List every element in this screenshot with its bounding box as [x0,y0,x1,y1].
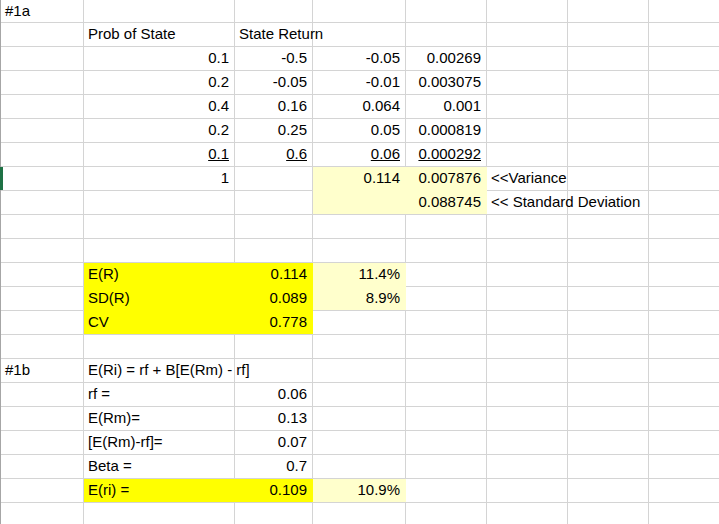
cell-D4[interactable]: -0.01 [312,70,405,94]
cell-B5[interactable]: 0.4 [83,94,234,118]
sdr-value[interactable]: 0.089 [234,286,312,310]
variance-cell[interactable]: 0.007876 [405,166,486,190]
market-premium-label[interactable]: [E(Rm)-rf]= [83,430,234,454]
cv-label[interactable]: CV [83,310,234,334]
cell-E4[interactable]: 0.003075 [405,70,486,94]
std-dev-annotation[interactable]: << Standard Deviation [486,190,686,214]
eri-percent[interactable]: 10.9% [312,478,405,502]
cell-C6[interactable]: 0.25 [234,118,312,142]
gridline-v [648,0,649,524]
variance-annotation[interactable]: <<Variance [486,166,666,190]
gridline-v [486,0,487,524]
section-1b-label[interactable]: #1b [0,358,83,382]
cell-E5[interactable]: 0.001 [405,94,486,118]
cell-C5[interactable]: 0.16 [234,94,312,118]
sheet-left-edge [0,0,1,524]
erm-value[interactable]: 0.13 [234,406,312,430]
erm-label[interactable]: E(Rm)= [83,406,234,430]
cell-B6[interactable]: 0.2 [83,118,234,142]
cell-C3[interactable]: -0.5 [234,46,312,70]
cell-D5[interactable]: 0.064 [312,94,405,118]
cv-value[interactable]: 0.778 [234,310,312,334]
cell-E3[interactable]: 0.00269 [405,46,486,70]
cell-D3[interactable]: -0.05 [312,46,405,70]
std-dev-cell[interactable]: 0.088745 [405,190,486,214]
market-premium-value[interactable]: 0.07 [234,430,312,454]
selection-indicator [0,167,3,190]
eri-label[interactable]: E(ri) = [83,478,234,502]
er-percent[interactable]: 11.4% [312,262,405,286]
cell-C7[interactable]: 0.6 [234,142,312,166]
prob-of-state-header[interactable]: Prob of State [83,22,234,46]
cell-E7[interactable]: 0.000292 [405,142,486,166]
beta-value[interactable]: 0.7 [234,454,312,478]
cell-E6[interactable]: 0.000819 [405,118,486,142]
expected-return-cell[interactable]: 0.114 [312,166,405,190]
spreadsheet: #1a Prob of State State Return 0.1 -0.5 … [0,0,719,524]
cell-D6[interactable]: 0.05 [312,118,405,142]
sdr-percent[interactable]: 8.9% [312,286,405,310]
cell-D7[interactable]: 0.06 [312,142,405,166]
capm-formula[interactable]: E(Ri) = rf + B[E(Rm) - rf] [83,358,333,382]
gridline-v [567,0,568,524]
beta-label[interactable]: Beta = [83,454,234,478]
cell-C4[interactable]: -0.05 [234,70,312,94]
prob-total-cell[interactable]: 1 [83,166,234,190]
state-return-header[interactable]: State Return [234,22,384,46]
sdr-label[interactable]: SD(R) [83,286,234,310]
rf-value[interactable]: 0.06 [234,382,312,406]
section-1a-label[interactable]: #1a [0,0,83,22]
cell-B4[interactable]: 0.2 [83,70,234,94]
eri-value[interactable]: 0.109 [234,478,312,502]
cell-B7[interactable]: 0.1 [83,142,234,166]
er-value[interactable]: 0.114 [234,262,312,286]
rf-label[interactable]: rf = [83,382,234,406]
cell-B3[interactable]: 0.1 [83,46,234,70]
er-label[interactable]: E(R) [83,262,234,286]
